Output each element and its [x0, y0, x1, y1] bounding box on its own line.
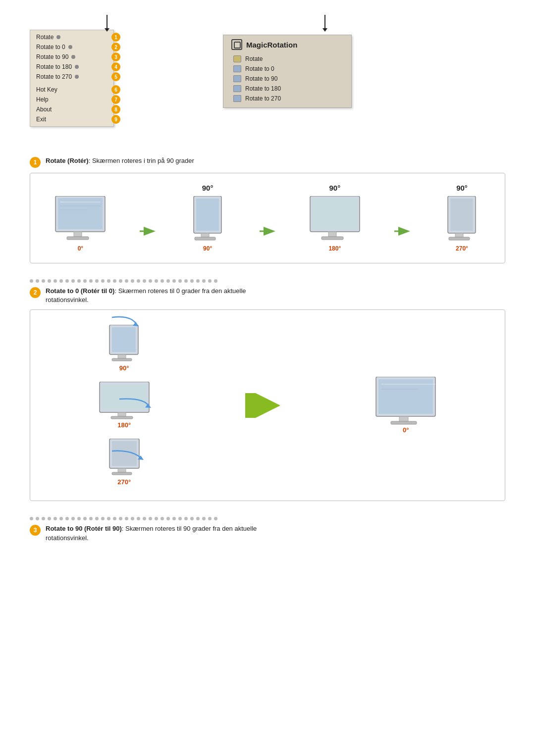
svg-rect-1 [58, 198, 103, 229]
arrow-2 [259, 224, 276, 238]
label-sec2-90: 90° [119, 364, 129, 372]
monitor-sec2-270: 270° [105, 439, 144, 486]
magic-item-rotate90[interactable]: Rotate to 90 [231, 74, 343, 84]
badge-3: 3 [111, 52, 120, 61]
label-top-90-1: 90° [202, 184, 214, 192]
section-title-2: Rotate to 0 (Rotér til 0): Skærmen roter… [46, 287, 246, 304]
svg-rect-36 [112, 472, 132, 475]
section-3: 3 Rotate to 90 (Rotér til 90): Skærmen r… [30, 524, 505, 542]
bullet-icon [68, 45, 72, 49]
menu-item-rotate90[interactable]: Rotate to 90 3 [30, 52, 113, 62]
magic-item-rotate[interactable]: Rotate [231, 54, 343, 64]
left-arrow-indicator [107, 15, 107, 29]
magic-rotation-panel: MagicRotation Rotate Rotate to 0 Rotate … [223, 35, 352, 108]
arrow-1 [139, 224, 157, 238]
svg-rect-30 [118, 412, 126, 416]
badge-2: 2 [111, 43, 120, 51]
big-green-arrow [245, 393, 280, 418]
svg-rect-14 [313, 198, 357, 229]
svg-marker-22 [133, 322, 139, 326]
menu-item-hotkey[interactable]: Hot Key 6 [30, 85, 113, 95]
menu-label-rotate: Rotate [36, 34, 54, 41]
label-sec2-270: 270° [117, 478, 131, 486]
monitor-sec2-0: 0° [374, 377, 438, 434]
top-diagram: Rotate 1 Rotate to 0 2 Rotate to 90 3 Ro… [30, 15, 505, 127]
menu-item-about[interactable]: About 8 [30, 104, 113, 114]
magic-item-rotate270[interactable]: Rotate to 270 [231, 94, 343, 103]
menu-label-help: Help [36, 96, 49, 103]
label-0deg: 0° [78, 245, 83, 252]
monitor-svg-270 [442, 196, 482, 243]
svg-rect-16 [321, 237, 343, 240]
svg-rect-40 [399, 416, 408, 421]
badge-1: 1 [111, 33, 120, 42]
badge-7: 7 [111, 95, 120, 104]
menu-label-hotkey: Hot Key [36, 86, 57, 93]
svg-rect-21 [449, 237, 470, 240]
monitor-svg-sec2-90 [105, 325, 144, 364]
rotate180-icon [233, 85, 241, 92]
right-arrow-indicator [324, 15, 325, 29]
menu-label-about: About [36, 106, 52, 113]
section-badge-3: 3 [30, 525, 41, 536]
svg-rect-19 [450, 199, 473, 231]
svg-rect-25 [118, 354, 126, 358]
menu-item-rotate180[interactable]: Rotate to 180 4 [30, 62, 113, 72]
bullet-icon [71, 55, 75, 59]
label-90deg: 90° [203, 245, 212, 252]
menu-item-help[interactable]: Help 7 [30, 95, 113, 104]
arc-arrow-270 [102, 449, 152, 463]
bullet-icon [56, 35, 60, 39]
section-badge-2: 2 [30, 287, 41, 298]
svg-rect-15 [328, 232, 336, 237]
svg-rect-24 [112, 327, 136, 352]
svg-rect-2 [74, 232, 82, 237]
monitor-svg-90 [188, 196, 227, 243]
svg-rect-31 [111, 416, 133, 419]
menu-label-rotate90: Rotate to 90 [36, 53, 68, 60]
bullet-icon [75, 65, 79, 69]
magic-rotation-icon [231, 39, 242, 50]
menu-label-rotate270: Rotate to 270 [36, 73, 72, 80]
monitor-0deg: 0° [53, 183, 107, 253]
bullet-icon [75, 75, 79, 79]
menu-label-exit: Exit [36, 116, 46, 123]
label-180deg: 180° [328, 245, 341, 252]
menu-item-rotate270[interactable]: Rotate to 270 5 [30, 72, 113, 82]
magic-item-rotate0[interactable]: Rotate to 0 [231, 64, 343, 74]
separator-1 [30, 279, 505, 283]
svg-rect-41 [391, 421, 417, 424]
section-title-3: Rotate to 90 (Rotér til 90): Skærmen rot… [46, 524, 257, 542]
monitor-svg-180 [308, 196, 362, 243]
svg-rect-9 [196, 199, 219, 231]
menu-item-exit[interactable]: Exit 9 [30, 114, 113, 124]
svg-rect-20 [455, 233, 463, 237]
svg-rect-35 [118, 468, 126, 472]
magic-title: MagicRotation [231, 39, 343, 50]
svg-rect-26 [112, 358, 132, 361]
monitor-90deg: 90° 90° [188, 184, 227, 253]
menu-item-rotate[interactable]: Rotate 1 [30, 32, 113, 42]
section-2-header: 2 Rotate to 0 (Rotér til 0): Skærmen rot… [30, 287, 505, 304]
menu-item-rotate0[interactable]: Rotate to 0 2 [30, 42, 113, 52]
menu-label-rotate0: Rotate to 0 [36, 44, 65, 50]
magic-item-rotate180[interactable]: Rotate to 180 [231, 84, 343, 94]
menu-label-rotate180: Rotate to 180 [36, 63, 72, 70]
svg-rect-11 [195, 237, 215, 240]
section-2: 2 Rotate to 0 (Rotér til 0): Skærmen rot… [30, 287, 505, 501]
rotate270-icon [233, 95, 241, 102]
badge-9: 9 [111, 115, 120, 124]
rotate90-icon [233, 75, 241, 82]
monitor-270deg: 90° 270° [442, 184, 482, 253]
svg-marker-27 [145, 403, 151, 408]
label-270deg: 270° [456, 245, 468, 252]
label-sec2-180: 180° [117, 421, 131, 429]
section-3-header: 3 Rotate to 90 (Rotér til 90): Skærmen r… [30, 524, 505, 542]
badge-4: 4 [111, 62, 120, 71]
arrow-3 [393, 224, 411, 238]
monitor-svg-0 [53, 196, 107, 243]
svg-rect-3 [67, 237, 89, 240]
section-2-diagram: 90° 180° [30, 309, 505, 501]
arc-arrow-180 [109, 397, 159, 411]
rotate0-icon [233, 65, 241, 72]
